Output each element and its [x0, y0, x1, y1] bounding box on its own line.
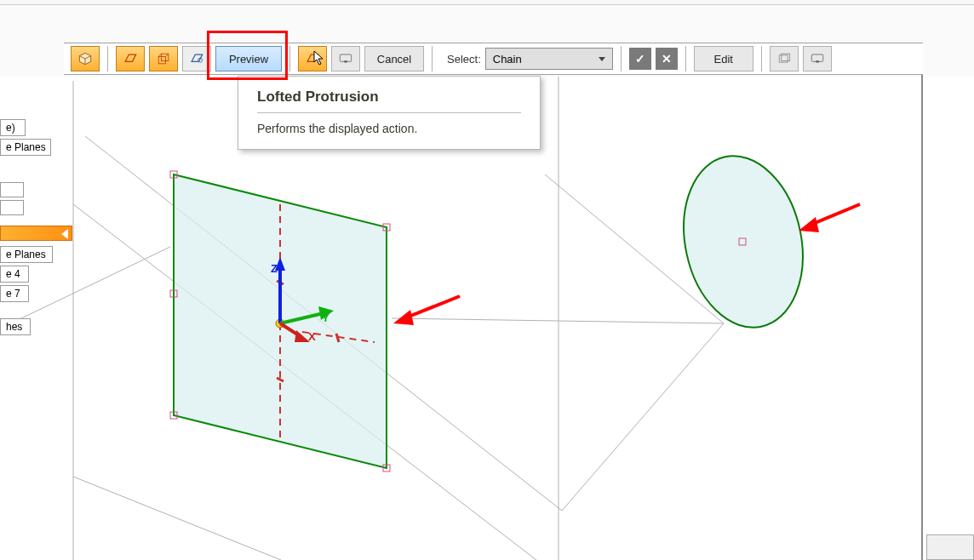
cross-section-icon: [188, 50, 205, 67]
selection-tool-icon: [304, 50, 321, 67]
tree-item[interactable]: e 4: [0, 266, 29, 283]
tree-item[interactable]: e Planes: [0, 246, 53, 263]
screen-icon-2: [809, 50, 826, 67]
toolbar-separator: [107, 46, 108, 71]
select-label: Select:: [447, 53, 481, 66]
tooltip-body: Performs the displayed action.: [257, 122, 521, 135]
top-menu-remnant: [0, 0, 974, 5]
stacked-planes-icon: [776, 50, 793, 67]
bottom-right-box: [926, 534, 974, 560]
svg-line-38: [404, 296, 460, 318]
svg-line-2: [158, 54, 161, 56]
reject-button[interactable]: ✕: [656, 48, 678, 70]
annotation-arrow-left: [393, 296, 460, 325]
annotation-arrow-right: [799, 204, 860, 232]
svg-marker-41: [799, 217, 819, 232]
tree-item[interactable]: hes: [0, 318, 31, 335]
check-icon: ✓: [635, 52, 645, 66]
svg-line-19: [562, 323, 724, 511]
svg-line-17: [392, 318, 724, 323]
svg-rect-8: [781, 54, 789, 60]
feature-tree-panel: e) e Planes e Planes e 4 e 7 hes: [0, 119, 77, 338]
toolbar-separator: [685, 46, 686, 71]
command-toolbar: Preview Cancel Select: Chain ✓ ✕ Edit: [64, 43, 923, 75]
svg-marker-39: [393, 310, 414, 325]
z-axis-label: Z: [271, 262, 278, 275]
display-button[interactable]: [331, 46, 360, 71]
ellipse-sketch[interactable]: [668, 145, 817, 339]
cube-icon: [77, 50, 94, 67]
toolbar-separator: [621, 46, 622, 71]
x-icon: ✕: [662, 52, 672, 66]
toolbar-separator: [761, 46, 762, 71]
sketch-step-button-3[interactable]: [182, 46, 211, 71]
tree-selected-bar[interactable]: [0, 226, 72, 241]
view-button-1[interactable]: [770, 46, 799, 71]
parallelogram-icon: [122, 50, 139, 67]
tree-item[interactable]: e 7: [0, 285, 29, 302]
x-axis-label: X: [308, 330, 316, 343]
y-axis-label: Y: [322, 311, 329, 324]
command-tooltip: Lofted Protrusion Performs the displayed…: [238, 76, 541, 150]
toolbar-separator: [289, 46, 290, 71]
svg-line-3: [166, 54, 169, 56]
svg-rect-0: [158, 57, 165, 64]
sketch-step-button-1[interactable]: [116, 46, 145, 71]
tree-item[interactable]: e): [0, 119, 26, 136]
tree-item[interactable]: [0, 200, 24, 215]
svg-line-15: [73, 477, 281, 560]
tooltip-title: Lofted Protrusion: [257, 89, 521, 113]
action-tool-button[interactable]: [298, 46, 327, 71]
accept-button[interactable]: ✓: [629, 48, 651, 70]
cancel-button[interactable]: Cancel: [364, 46, 424, 71]
tree-item[interactable]: [0, 182, 24, 197]
preview-button[interactable]: Preview: [215, 46, 282, 71]
view-button-2[interactable]: [803, 46, 832, 71]
toolbar-separator: [432, 46, 433, 71]
screen-icon: [337, 50, 354, 67]
sketch-step-button-2[interactable]: [149, 46, 178, 71]
edit-button[interactable]: Edit: [694, 46, 753, 71]
select-mode-dropdown[interactable]: Chain: [485, 48, 613, 70]
solid-feature-button[interactable]: [71, 46, 100, 71]
tree-item[interactable]: e Planes: [0, 139, 51, 156]
wire-cube-icon: [155, 50, 172, 67]
viewport-divider: [921, 75, 923, 560]
select-mode-value: Chain: [493, 53, 522, 66]
